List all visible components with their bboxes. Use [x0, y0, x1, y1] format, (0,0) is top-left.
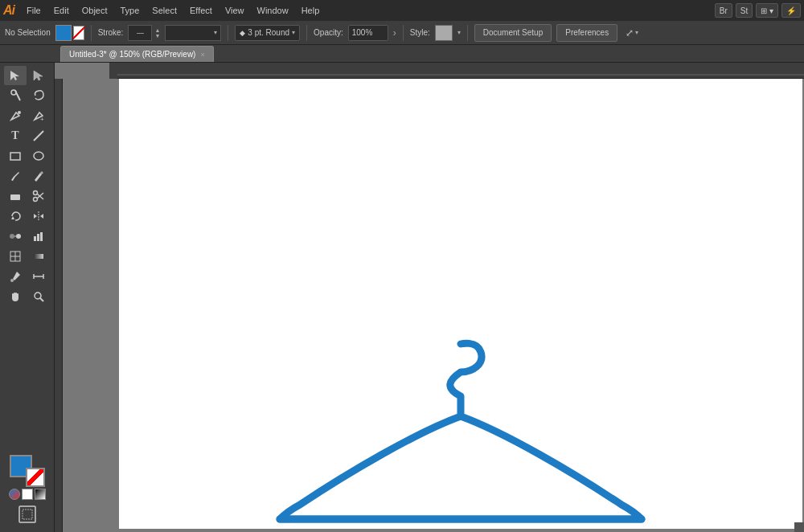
blend-tool[interactable] — [4, 227, 27, 246]
paintbrush-tool[interactable] — [4, 166, 27, 186]
rect-tool[interactable] — [4, 146, 27, 166]
artboard-tool-btn[interactable] — [18, 505, 37, 526]
opacity-expand-arrow[interactable]: › — [393, 27, 396, 39]
tool-row-1 — [2, 66, 52, 85]
document-setup-button[interactable]: Document Setup — [474, 24, 552, 42]
opacity-value: 100% — [352, 28, 373, 37]
grid-button[interactable]: ⊞ ▾ — [756, 3, 778, 18]
tab-title: Untitled-3* @ 150% (RGB/Preview) — [69, 50, 195, 59]
eyedropper-tool[interactable] — [4, 267, 27, 286]
document-tab[interactable]: Untitled-3* @ 150% (RGB/Preview) × — [60, 46, 214, 62]
rotate-tool[interactable] — [4, 207, 27, 226]
zoom-tool[interactable] — [27, 287, 50, 306]
scissors-tool[interactable] — [27, 186, 50, 206]
background-color[interactable] — [26, 468, 45, 487]
column-graph-tool[interactable] — [27, 227, 50, 246]
tool-row-4: T — [2, 126, 52, 145]
toolbar-separator-3 — [306, 25, 307, 41]
preferences-button[interactable]: Preferences — [556, 24, 617, 42]
pen-tool[interactable] — [4, 106, 27, 125]
tool-row-2 — [2, 86, 52, 105]
lasso-tool[interactable] — [27, 86, 50, 105]
svg-line-31 — [40, 298, 43, 301]
fill-color-swatch[interactable] — [55, 25, 72, 41]
color-mode-row — [9, 489, 46, 500]
canvas-area[interactable] — [55, 63, 804, 532]
opacity-label: Opacity: — [314, 28, 343, 37]
main-area: + T — [0, 63, 804, 532]
menu-effect[interactable]: Effect — [184, 4, 218, 17]
menu-object[interactable]: Object — [76, 4, 113, 17]
style-swatch[interactable] — [435, 25, 453, 41]
tool-row-5 — [2, 146, 52, 166]
left-toolbar: + T — [0, 63, 55, 532]
color-mode-icon[interactable] — [9, 489, 20, 500]
type-icon: T — [11, 129, 18, 142]
horizontal-ruler — [109, 63, 804, 79]
arrange-dropdown-arrow[interactable]: ▾ — [635, 29, 638, 36]
menu-view[interactable]: View — [219, 4, 250, 17]
line-segment-tool[interactable] — [27, 126, 50, 145]
menu-window[interactable]: Window — [252, 4, 294, 17]
fill-color-group — [55, 25, 84, 41]
toolbar-separator-1 — [91, 25, 92, 41]
toolbar: No Selection Stroke: — ▲▼ ▾ ◆ 3 pt. Roun… — [0, 21, 804, 45]
opacity-input-group[interactable]: 100% — [348, 25, 388, 41]
hanger-path[interactable] — [280, 343, 642, 519]
bridge-button[interactable]: Br — [715, 3, 732, 18]
style-dropdown-arrow[interactable]: ▾ — [457, 29, 461, 36]
type-tool[interactable]: T — [4, 126, 27, 145]
tab-bar: Untitled-3* @ 150% (RGB/Preview) × — [0, 45, 804, 63]
vertical-ruler — [55, 79, 63, 532]
gradient-mode-icon[interactable] — [35, 489, 46, 500]
tool-row-10 — [2, 247, 52, 266]
stroke-weight-display[interactable]: — — [128, 25, 152, 41]
transform-icon[interactable]: ⤢ — [626, 27, 634, 39]
tab-close-button[interactable]: × — [200, 51, 204, 59]
flash-button[interactable]: ⚡ — [781, 3, 801, 18]
brush-size-label: 3 pt. Round — [248, 28, 289, 37]
svg-rect-20 — [37, 234, 39, 241]
reflect-tool[interactable] — [27, 207, 50, 226]
menu-select[interactable]: Select — [146, 4, 183, 17]
ellipse-tool[interactable] — [27, 146, 50, 166]
selection-label: No Selection — [5, 28, 51, 37]
color-boxes — [2, 452, 52, 529]
hanger-svg[interactable] — [268, 328, 654, 529]
stroke-spinner[interactable]: ▲▼ — [154, 27, 160, 39]
magic-wand-tool[interactable] — [4, 86, 27, 105]
eraser-tool[interactable] — [4, 186, 27, 206]
stroke-style-dropdown[interactable]: ▾ — [165, 25, 221, 41]
brush-size-group[interactable]: ◆ 3 pt. Round ▾ — [235, 25, 300, 41]
stock-button[interactable]: St — [736, 3, 753, 18]
gradient-tool[interactable] — [27, 247, 50, 266]
tool-row-11 — [2, 267, 52, 286]
mesh-tool[interactable] — [4, 247, 27, 266]
measure-tool[interactable] — [27, 267, 50, 286]
tool-row-3: + — [2, 106, 52, 125]
hand-tool[interactable] — [4, 287, 27, 306]
ruler-h-svg — [117, 63, 804, 78]
svg-rect-33 — [23, 509, 32, 519]
menu-edit[interactable]: Edit — [48, 4, 75, 17]
direct-selection-tool[interactable] — [27, 66, 50, 85]
menu-help[interactable]: Help — [296, 4, 326, 17]
menu-file[interactable]: File — [21, 4, 47, 17]
stroke-slash-swatch[interactable] — [73, 26, 84, 40]
none-mode-icon[interactable] — [22, 489, 33, 500]
tool-row-7 — [2, 186, 52, 206]
svg-rect-7 — [10, 153, 20, 160]
tool-row-8 — [2, 207, 52, 226]
svg-text:+: + — [40, 116, 44, 122]
tool-row-9 — [2, 227, 52, 246]
svg-rect-32 — [19, 506, 35, 522]
svg-rect-19 — [34, 236, 36, 241]
menu-type[interactable]: Type — [115, 4, 146, 17]
selection-tool[interactable] — [4, 66, 27, 85]
svg-line-13 — [37, 193, 43, 198]
style-label: Style: — [410, 28, 430, 37]
add-anchor-tool[interactable]: + — [27, 106, 50, 125]
pencil-tool[interactable] — [27, 166, 50, 186]
svg-marker-0 — [10, 71, 19, 80]
svg-line-12 — [37, 194, 43, 199]
